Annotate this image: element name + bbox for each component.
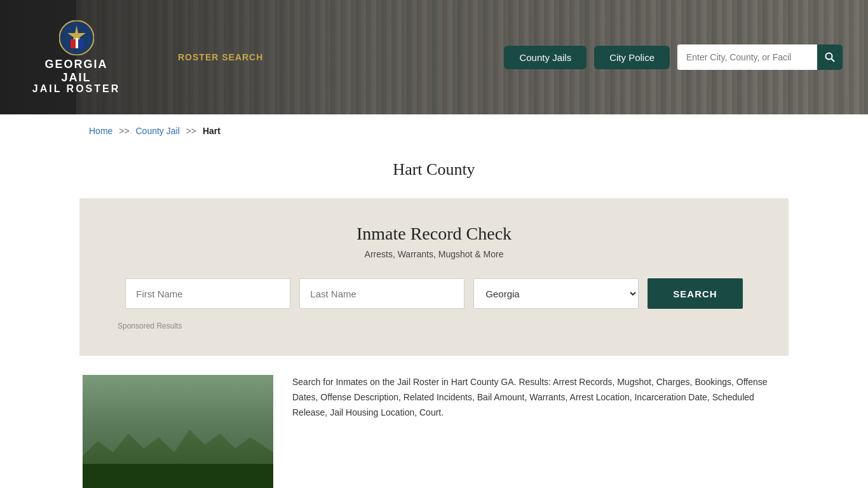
logo-text-jail: JAIL [61,71,91,85]
breadcrumb-county-jail[interactable]: County Jail [136,126,180,136]
city-police-button[interactable]: City Police [594,46,670,69]
record-check-form: AlabamaAlaskaArizonaArkansasCaliforniaCo… [118,278,750,309]
svg-rect-4 [78,39,83,48]
county-description: Search for Inmates on the Jail Roster in… [292,375,785,420]
search-icon [825,52,835,62]
state-select[interactable]: AlabamaAlaskaArizonaArkansasCaliforniaCo… [473,278,639,309]
record-check-title: Inmate Record Check [118,224,750,244]
nav-buttons-area: County Jails City Police [504,44,843,70]
svg-line-6 [832,59,835,62]
breadcrumb-sep-2: >> [186,126,196,136]
first-name-input[interactable] [125,278,290,309]
breadcrumb-home[interactable]: Home [89,126,112,136]
page-title: Hart County [0,147,868,198]
roster-search-link[interactable]: ROSTER SEARCH [178,52,263,62]
logo-text-georgia: GEORGIA [44,58,107,71]
header-search-button[interactable] [817,44,843,70]
header-search-input[interactable] [677,44,817,70]
georgia-seal-icon [59,20,94,55]
record-search-button[interactable]: SEARCH [648,278,742,309]
breadcrumb-sep-1: >> [119,126,129,136]
svg-point-5 [826,53,832,60]
location-image-inner [83,375,273,488]
breadcrumb: Home >> County Jail >> Hart [0,114,868,147]
last-name-input[interactable] [299,278,465,309]
record-check-section: Inmate Record Check Arrests, Warrants, M… [79,198,789,356]
header-search-bar [677,44,843,70]
svg-rect-2 [71,39,76,48]
logo-text-roster: JAIL ROSTER [32,83,121,95]
location-image [83,375,273,488]
sponsored-results-label: Sponsored Results [118,322,750,330]
breadcrumb-current: Hart [203,126,220,136]
record-check-subtitle: Arrests, Warrants, Mugshot & More [118,249,750,259]
county-jails-button[interactable]: County Jails [504,46,587,69]
site-header: GEORGIA JAIL JAIL ROSTER ROSTER SEARCH C… [0,0,868,114]
svg-rect-3 [76,38,78,48]
logo[interactable]: GEORGIA JAIL JAIL ROSTER [25,20,127,95]
bottom-content: Search for Inmates on the Jail Roster in… [0,356,868,488]
